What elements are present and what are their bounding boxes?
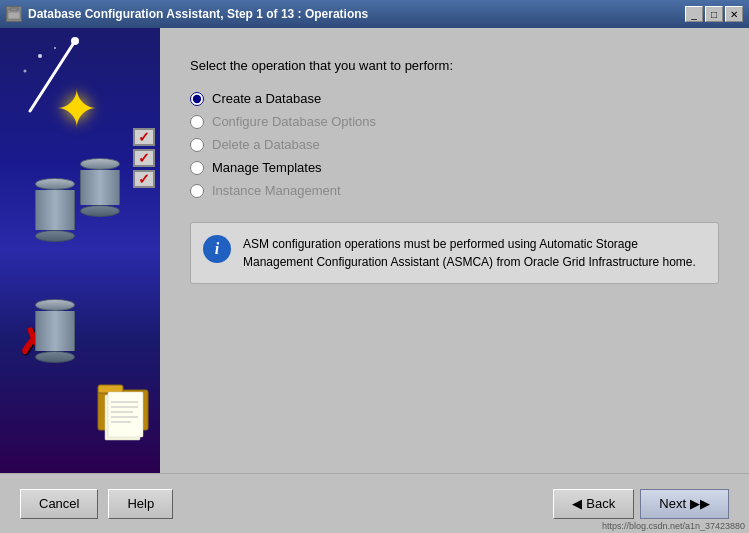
- operation-radio-group: Create a Database Configure Database Opt…: [190, 91, 719, 198]
- help-button[interactable]: Help: [108, 489, 173, 519]
- label-configure: Configure Database Options: [212, 114, 376, 129]
- illustration-panel: ✦ ✓ ✓ ✓ ✗: [0, 28, 160, 473]
- label-instance: Instance Management: [212, 183, 341, 198]
- svg-rect-11: [108, 392, 143, 437]
- back-button[interactable]: ◀ Back: [553, 489, 634, 519]
- url-watermark: https://blog.csdn.net/a1n_37423880: [602, 521, 745, 531]
- radio-create[interactable]: [190, 92, 204, 106]
- radio-configure[interactable]: [190, 115, 204, 129]
- label-manage: Manage Templates: [212, 160, 322, 175]
- svg-point-5: [38, 54, 42, 58]
- minimize-button[interactable]: _: [685, 6, 703, 22]
- info-icon: i: [203, 235, 231, 263]
- close-button[interactable]: ✕: [725, 6, 743, 22]
- prompt-text: Select the operation that you want to pe…: [190, 58, 719, 73]
- radio-delete[interactable]: [190, 138, 204, 152]
- title-bar-left: Database Configuration Assistant, Step 1…: [6, 6, 368, 22]
- label-create: Create a Database: [212, 91, 321, 106]
- right-panel: Select the operation that you want to pe…: [160, 28, 749, 473]
- check-box-3: ✓: [133, 170, 155, 188]
- svg-point-6: [24, 70, 27, 73]
- svg-point-7: [54, 47, 56, 49]
- option-create[interactable]: Create a Database: [190, 91, 719, 106]
- main-content: ✦ ✓ ✓ ✓ ✗: [0, 28, 749, 473]
- cylinder-3: [35, 299, 75, 363]
- app-icon: [6, 6, 22, 22]
- radio-manage[interactable]: [190, 161, 204, 175]
- cylinder-1: [80, 158, 120, 217]
- option-configure[interactable]: Configure Database Options: [190, 114, 719, 129]
- bottom-right-buttons: ◀ Back Next ▶▶: [553, 489, 729, 519]
- svg-point-4: [71, 37, 79, 45]
- maximize-button[interactable]: □: [705, 6, 723, 22]
- info-box: i ASM configuration operations must be p…: [190, 222, 719, 284]
- radio-instance[interactable]: [190, 184, 204, 198]
- check-box-2: ✓: [133, 149, 155, 167]
- cancel-button[interactable]: Cancel: [20, 489, 98, 519]
- title-bar: Database Configuration Assistant, Step 1…: [0, 0, 749, 28]
- bottom-left-buttons: Cancel Help: [20, 489, 173, 519]
- cylinder-2: [35, 178, 75, 242]
- option-delete[interactable]: Delete a Database: [190, 137, 719, 152]
- next-label: Next: [659, 496, 686, 511]
- svg-rect-1: [10, 8, 18, 11]
- check-box-1: ✓: [133, 128, 155, 146]
- svg-rect-0: [8, 10, 20, 19]
- back-arrow-icon: ◀: [572, 496, 582, 511]
- window-title: Database Configuration Assistant, Step 1…: [28, 7, 368, 21]
- next-button[interactable]: Next ▶▶: [640, 489, 729, 519]
- option-manage[interactable]: Manage Templates: [190, 160, 719, 175]
- star-illustration: ✦: [55, 83, 110, 138]
- option-instance[interactable]: Instance Management: [190, 183, 719, 198]
- window-controls[interactable]: _ □ ✕: [685, 6, 743, 22]
- back-label: Back: [586, 496, 615, 511]
- checklist-illustration: ✓ ✓ ✓: [133, 128, 155, 188]
- next-arrow-icon: ▶▶: [690, 496, 710, 511]
- label-delete: Delete a Database: [212, 137, 320, 152]
- info-text: ASM configuration operations must be per…: [243, 235, 706, 271]
- documents-illustration: [93, 375, 158, 448]
